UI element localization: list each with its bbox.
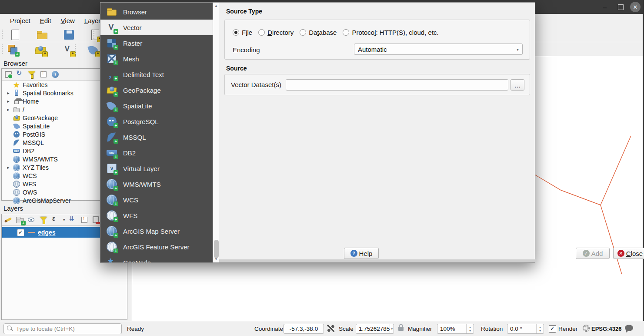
render-label: Render [558, 326, 577, 332]
sidebar-item-wms-wmts[interactable]: + WMS/WMTS [100, 176, 213, 192]
spatial-bookmarks-icon [13, 90, 20, 97]
vector-dataset-input[interactable] [286, 79, 508, 91]
sidebar-item-browser[interactable]: Browser [100, 4, 213, 20]
crs-globe-icon[interactable] [583, 325, 590, 332]
collapse-all-icon[interactable] [80, 215, 89, 224]
layer-visibility-checkbox[interactable]: ✓ [17, 229, 24, 236]
sidebar-item-geopackage[interactable]: + GeoPackage [100, 82, 213, 98]
menu-view[interactable]: View [56, 15, 80, 26]
maximize-icon [618, 4, 624, 10]
data-source-manager-icon[interactable]: + [7, 44, 18, 55]
maximize-button[interactable] [615, 0, 626, 14]
scrollbar-thumb[interactable] [214, 240, 219, 258]
new-print-layout-icon[interactable]: * [90, 29, 101, 40]
spin-arrows-icon[interactable]: ▴▾ [536, 324, 544, 333]
messages-icon[interactable] [625, 325, 633, 331]
menu-project[interactable]: Project [5, 15, 35, 26]
render-checkbox[interactable]: ✓ [549, 325, 556, 333]
toolbar-handle[interactable] [2, 44, 3, 54]
lock-scale-icon[interactable] [398, 327, 404, 331]
sidebar-item-geonode[interactable]: + GeoNode [100, 255, 213, 262]
radio-protocol[interactable]: Protocol: HTTP(S), cloud, etc. [343, 29, 438, 36]
manage-visibility-icon[interactable] [27, 215, 36, 224]
sidebar-item-mesh[interactable]: + Mesh [100, 51, 213, 67]
refresh-icon[interactable] [16, 70, 24, 79]
filter-legend-icon[interactable] [39, 215, 48, 224]
browser-panel-title: Browser [3, 60, 27, 67]
rotation-label: Rotation [481, 326, 503, 332]
filter-expression-icon[interactable] [51, 215, 60, 224]
save-project-icon[interactable] [63, 29, 75, 40]
sidebar-item-arcgis-map-server[interactable]: + ArcGIS Map Server [100, 223, 213, 239]
radio-database-circle[interactable] [300, 29, 306, 36]
dropdown-caret-icon[interactable]: ▾ [63, 218, 65, 222]
minimize-button[interactable]: – [599, 0, 611, 14]
menu-edit[interactable]: Edit [35, 15, 56, 26]
expand-chevron-icon[interactable]: ▸ [6, 91, 10, 95]
radio-database[interactable]: Database [300, 29, 337, 36]
coordinate-field[interactable]: -57.3,-38.0 [284, 324, 324, 334]
help-button[interactable]: ? Help [344, 248, 379, 259]
xyz-tiles-icon [13, 164, 20, 171]
sidebar-item-arcgis-feature-server[interactable]: + ArcGIS Feature Server [100, 239, 213, 255]
magnifier-spinbox[interactable]: 100% ▴▾ [437, 324, 474, 334]
toolbar-handle[interactable] [2, 30, 3, 39]
remove-layer-icon[interactable] [92, 215, 100, 224]
close-window-button[interactable]: ✕ [630, 0, 641, 14]
sidebar-item-mssql[interactable]: + MSSQL [100, 129, 213, 145]
open-project-icon[interactable] [37, 29, 48, 40]
dialog-sidebar-scrollbar[interactable]: ▲ ▼ [213, 3, 219, 262]
new-shapefile-layer-icon[interactable]: * [63, 44, 74, 55]
scale-dropdown-icon[interactable]: ▾ [390, 324, 394, 333]
scale-combobox[interactable]: 1:75262785 ▾ [356, 324, 394, 334]
collapse-all-icon[interactable] [39, 70, 48, 79]
toolbar-handle[interactable] [93, 30, 94, 39]
wcs-icon [13, 172, 20, 179]
open-layer-styling-icon[interactable] [4, 215, 13, 224]
sidebar-item-raster[interactable]: + Raster [100, 35, 213, 51]
source-type-radios: File Directory Database Protocol: HTTP(S… [233, 29, 439, 36]
rotation-spinbox[interactable]: 0.0 ° ▴▾ [507, 324, 544, 334]
new-spatialite-layer-icon[interactable]: * [88, 44, 99, 55]
qgis-window: – ✕ Project Edit View Layer Se * + * * *… [0, 0, 644, 336]
panel-splitter[interactable]: ····· [43, 198, 60, 205]
radio-protocol-circle[interactable] [343, 29, 349, 36]
sidebar-item-postgresql[interactable]: + PostgreSQL [100, 114, 213, 129]
expand-all-icon[interactable] [68, 215, 77, 224]
radio-file[interactable]: File [233, 29, 252, 36]
sidebar-item-virtual-layer[interactable]: + Virtual Layer [100, 161, 213, 176]
filter-browser-icon[interactable] [27, 70, 36, 79]
spatialite-icon [13, 123, 20, 130]
expand-chevron-icon[interactable]: ▸ [6, 107, 10, 112]
db2-icon [13, 148, 20, 155]
dropdown-arrow-icon: ▾ [517, 47, 519, 52]
add-button[interactable]: ✓ Add [576, 248, 610, 259]
sidebar-item-vector[interactable]: + Vector [100, 20, 213, 35]
close-button[interactable]: ✕ Close [613, 248, 644, 259]
scroll-up-icon[interactable]: ▲ [213, 4, 219, 8]
locate-input[interactable] [3, 323, 122, 334]
expand-chevron-icon[interactable]: ▸ [6, 165, 10, 170]
expand-chevron-icon[interactable]: ▸ [6, 99, 10, 104]
add-group-icon[interactable]: + [16, 215, 24, 224]
radio-directory-circle[interactable] [258, 29, 265, 36]
sidebar-item-wfs[interactable]: + WFS [100, 208, 213, 223]
sidebar-item-delimited-text[interactable]: + Delimited Text [100, 67, 213, 82]
extents-toggle-icon[interactable] [327, 325, 334, 332]
sidebar-item-wcs[interactable]: + WCS [100, 192, 213, 208]
properties-icon[interactable] [51, 70, 60, 79]
browse-dataset-button[interactable]: … [511, 79, 524, 91]
new-project-icon[interactable] [10, 29, 21, 40]
sidebar-item-spatialite[interactable]: + SpatiaLite [100, 98, 213, 114]
spin-arrows-icon[interactable]: ▴▾ [466, 324, 474, 333]
radio-file-circle[interactable] [233, 29, 239, 36]
sidebar-item-db2[interactable]: + DB2 [100, 145, 213, 161]
new-geopackage-layer-icon[interactable]: * [35, 44, 46, 55]
add-selected-layers-icon[interactable] [4, 70, 13, 79]
crs-status[interactable]: EPSG:4326 [591, 326, 621, 332]
vector-dataset-label: Vector Dataset(s) [231, 81, 281, 88]
root-folder-icon [13, 106, 20, 113]
encoding-dropdown[interactable]: Automatic ▾ [354, 44, 523, 55]
radio-directory[interactable]: Directory [258, 29, 294, 36]
add-icon: ✓ [583, 250, 590, 257]
